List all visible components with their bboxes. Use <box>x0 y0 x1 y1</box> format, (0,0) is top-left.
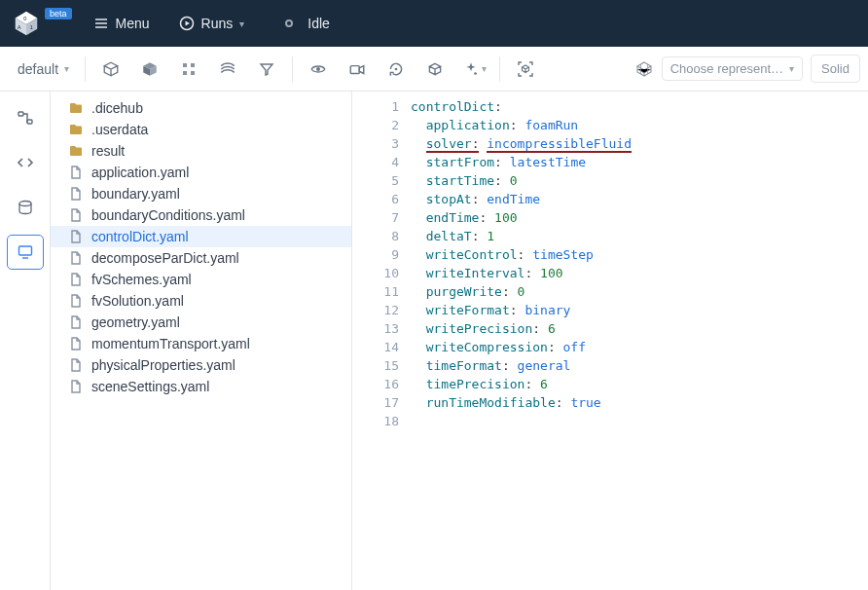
file-name: .userdata <box>91 122 148 137</box>
cube-view-button[interactable] <box>416 53 454 86</box>
file-item[interactable]: controlDict.yaml <box>51 226 351 247</box>
code-line: writeInterval: 100 <box>411 264 868 282</box>
cube-solid-button[interactable] <box>130 53 169 86</box>
filter-button[interactable] <box>247 53 286 86</box>
database-icon <box>17 199 34 216</box>
app-header: 0 A 1 beta Menu Runs ▾ Idle <box>0 0 868 47</box>
menu-button[interactable]: Menu <box>86 10 158 37</box>
render-mode-dropdown[interactable]: Solid <box>811 55 860 83</box>
file-name: fvSolution.yaml <box>91 293 184 309</box>
cube-outline-button[interactable] <box>91 53 130 86</box>
grid-cube-icon <box>634 59 654 79</box>
representation-dropdown[interactable]: Choose represent… ▾ <box>662 56 803 81</box>
svg-rect-4 <box>183 63 187 67</box>
file-item[interactable]: sceneSettings.yaml <box>51 376 351 397</box>
focus-cube-button[interactable] <box>506 53 545 86</box>
code-line: endTime: 100 <box>411 208 868 227</box>
layers-button[interactable] <box>208 53 247 86</box>
grid-button[interactable] <box>169 53 208 86</box>
file-name: controlDict.yaml <box>91 229 189 244</box>
file-icon <box>68 250 84 266</box>
file-item[interactable]: physicalProperties.yaml <box>51 354 351 376</box>
file-name: sceneSettings.yaml <box>91 379 209 394</box>
file-item[interactable]: momentumTransport.yaml <box>51 333 351 354</box>
camera-icon <box>348 60 366 78</box>
file-icon <box>68 272 84 287</box>
svg-rect-6 <box>183 71 187 75</box>
rail-db-button[interactable] <box>8 191 43 224</box>
file-icon <box>68 229 84 244</box>
camera-button[interactable] <box>338 53 377 86</box>
file-icon <box>68 293 84 309</box>
folder-item[interactable]: result <box>51 140 351 162</box>
file-item[interactable]: decomposeParDict.yaml <box>51 247 351 269</box>
file-item[interactable]: fvSchemes.yaml <box>51 269 351 290</box>
status-dot-icon <box>285 19 293 27</box>
sparkle-dropdown[interactable]: ▾ <box>454 53 493 86</box>
file-name: boundaryConditions.yaml <box>91 207 245 223</box>
main-area: .dicehub.userdataresultapplication.yamlb… <box>0 92 868 590</box>
eye-icon <box>309 60 327 78</box>
rotate-icon <box>387 60 405 78</box>
svg-rect-5 <box>191 63 195 67</box>
rail-files-button[interactable] <box>8 236 43 269</box>
file-item[interactable]: boundaryConditions.yaml <box>51 204 351 226</box>
hamburger-icon <box>93 16 109 31</box>
eye-button[interactable] <box>299 53 338 86</box>
file-icon <box>68 379 84 394</box>
svg-rect-13 <box>27 120 32 124</box>
render-mode-label: Solid <box>821 61 850 76</box>
code-line: startTime: 0 <box>411 171 868 190</box>
code-line: writeCompression: off <box>411 338 868 356</box>
rail-code-button[interactable] <box>8 146 43 179</box>
file-tree[interactable]: .dicehub.userdataresultapplication.yamlb… <box>51 92 352 590</box>
code-editor[interactable]: 123456789101112131415161718 controlDict:… <box>352 92 868 590</box>
folder-icon <box>68 122 84 137</box>
runs-label: Runs <box>201 16 234 31</box>
logo-cube-icon: 0 A 1 <box>12 9 41 38</box>
code-line: runTimeModifiable: true <box>411 393 868 412</box>
file-item[interactable]: geometry.yaml <box>51 312 351 333</box>
svg-point-8 <box>316 66 320 70</box>
file-icon <box>68 186 84 202</box>
file-icon <box>68 165 84 180</box>
svg-rect-12 <box>18 112 23 116</box>
monitor-icon <box>17 243 34 261</box>
focus-cube-icon <box>516 59 535 79</box>
file-item[interactable]: fvSolution.yaml <box>51 290 351 312</box>
file-name: result <box>91 143 125 159</box>
representation-placeholder: Choose represent… <box>670 61 783 76</box>
folder-item[interactable]: .userdata <box>51 119 351 140</box>
code-line: solver: incompressibleFluid <box>411 134 868 153</box>
code-line: timeFormat: general <box>411 356 868 375</box>
folder-item[interactable]: .dicehub <box>51 97 351 119</box>
folder-icon <box>68 100 84 116</box>
left-rail <box>0 92 51 590</box>
file-icon <box>68 357 84 373</box>
rotate-button[interactable] <box>377 53 416 86</box>
runs-button[interactable]: Runs ▾ <box>171 10 253 37</box>
file-item[interactable]: application.yaml <box>51 162 351 183</box>
code-line: writeControl: timeStep <box>411 245 868 264</box>
chevron-down-icon: ▾ <box>239 18 244 29</box>
code-line: timePrecision: 6 <box>411 375 868 393</box>
code-line: application: foamRun <box>411 116 868 134</box>
code-content[interactable]: controlDict: application: foamRun solver… <box>411 92 868 590</box>
rail-flow-button[interactable] <box>8 101 43 134</box>
code-line: writePrecision: 6 <box>411 319 868 338</box>
preset-dropdown[interactable]: default ▾ <box>8 57 79 81</box>
code-line: startFrom: latestTime <box>411 153 868 171</box>
flow-icon <box>17 109 34 127</box>
code-line: stopAt: endTime <box>411 190 868 208</box>
code-line: deltaT: 1 <box>411 227 868 245</box>
separator <box>292 56 293 82</box>
file-item[interactable]: boundary.yaml <box>51 183 351 204</box>
code-line: purgeWrite: 0 <box>411 282 868 301</box>
file-name: fvSchemes.yaml <box>91 272 192 287</box>
file-icon <box>68 207 84 223</box>
file-name: application.yaml <box>91 165 189 180</box>
svg-rect-15 <box>18 246 31 255</box>
logo[interactable]: 0 A 1 beta <box>12 9 72 38</box>
status-indicator: Idle <box>277 10 338 37</box>
separator <box>85 56 86 82</box>
